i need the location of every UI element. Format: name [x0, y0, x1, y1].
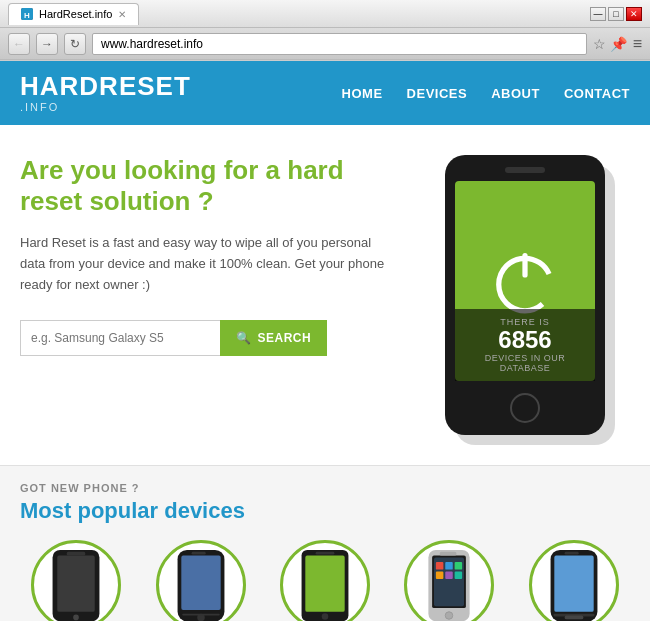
menu-icon[interactable]: ≡ — [633, 35, 642, 53]
hero-right: THERE IS 6856 DEVICES IN OUR DATABASE — [430, 155, 630, 445]
device-item-samsung-s4[interactable]: SAMSUNG I9500 Galaxy S4 — [518, 540, 630, 621]
tab-close-icon[interactable]: ✕ — [118, 9, 126, 20]
site-header: HARDRESET .INFO HOME DEVICES ABOUT CONTA… — [0, 61, 650, 125]
svg-rect-10 — [191, 551, 205, 554]
svg-rect-15 — [316, 551, 335, 554]
device-item-samsung-s3[interactable]: SAMSUNG I9300 Galaxy S III — [144, 540, 256, 621]
svg-rect-12 — [182, 613, 220, 615]
svg-rect-14 — [305, 555, 344, 611]
svg-rect-24 — [455, 562, 463, 570]
phone-speaker — [505, 167, 545, 173]
svg-text:H: H — [24, 11, 30, 20]
phone-home-button — [510, 393, 540, 423]
db-badge: THERE IS 6856 DEVICES IN OUR DATABASE — [455, 309, 595, 381]
hero-section: Are you looking for a hard reset solutio… — [0, 125, 650, 465]
svg-rect-6 — [67, 551, 86, 555]
search-button[interactable]: 🔍 SEARCH — [220, 320, 327, 356]
svg-point-20 — [446, 611, 454, 619]
svg-rect-5 — [57, 555, 95, 611]
device-item-iphone5s[interactable]: APPLE iPhone 5s — [393, 540, 505, 621]
nav-contact[interactable]: CONTACT — [564, 86, 630, 101]
search-button-label: SEARCH — [258, 331, 312, 345]
minimize-button[interactable]: — — [590, 7, 606, 21]
svg-rect-29 — [554, 555, 593, 611]
device-circle-samsung-s4 — [529, 540, 619, 621]
phone-screen: THERE IS 6856 DEVICES IN OUR DATABASE — [455, 181, 595, 381]
reload-button[interactable]: ↻ — [64, 33, 86, 55]
back-button[interactable]: ← — [8, 33, 30, 55]
device-item-nexus5[interactable]: LG D821 Nexus 5 — [269, 540, 381, 621]
svg-rect-9 — [181, 555, 220, 609]
phone-mockup: THERE IS 6856 DEVICES IN OUR DATABASE — [445, 155, 605, 435]
address-bar: ← → ↻ ☆ 📌 ≡ — [0, 28, 650, 60]
window-controls: — □ ✕ — [590, 7, 642, 21]
nav-about[interactable]: ABOUT — [491, 86, 540, 101]
search-icon: 🔍 — [236, 331, 252, 345]
svg-rect-23 — [446, 562, 454, 570]
devices-row: APPLE iPhone SAMSUNG I9300 Galaxy S III — [20, 540, 630, 621]
url-input[interactable] — [92, 33, 587, 55]
svg-point-7 — [73, 614, 79, 620]
pin-icon[interactable]: 📌 — [610, 36, 627, 52]
svg-rect-32 — [564, 615, 583, 619]
hero-title: Are you looking for a hard reset solutio… — [20, 155, 400, 217]
tab-favicon: H — [21, 8, 33, 20]
logo-main-text: HARDRESET — [20, 73, 191, 99]
svg-rect-27 — [455, 571, 463, 579]
search-bar: 🔍 SEARCH — [20, 320, 400, 356]
logo-sub-text: .INFO — [20, 101, 191, 113]
star-icon[interactable]: ☆ — [593, 36, 606, 52]
svg-rect-25 — [436, 571, 444, 579]
svg-rect-3 — [522, 253, 527, 278]
title-bar: H HardReset.info ✕ — □ ✕ — [0, 0, 650, 28]
svg-point-16 — [322, 613, 329, 620]
forward-button[interactable]: → — [36, 33, 58, 55]
browser-tab[interactable]: H HardReset.info ✕ — [8, 3, 139, 25]
db-sublabel: DEVICES IN OUR DATABASE — [463, 353, 587, 373]
power-icon — [490, 246, 560, 316]
browser-chrome: H HardReset.info ✕ — □ ✕ ← → ↻ ☆ 📌 ≡ — [0, 0, 650, 61]
maximize-button[interactable]: □ — [608, 7, 624, 21]
section-label: GOT NEW PHONE ? — [20, 482, 630, 494]
svg-rect-30 — [564, 551, 578, 554]
popular-section: GOT NEW PHONE ? Most popular devices APP… — [0, 465, 650, 621]
nav-home[interactable]: HOME — [342, 86, 383, 101]
svg-rect-22 — [436, 562, 444, 570]
device-circle-nexus5 — [280, 540, 370, 621]
db-number: 6856 — [463, 327, 587, 353]
search-input[interactable] — [20, 320, 220, 356]
svg-rect-19 — [440, 551, 457, 555]
site-nav: HOME DEVICES ABOUT CONTACT — [342, 86, 630, 101]
device-circle-iphone5s — [404, 540, 494, 621]
toolbar-icons: ☆ 📌 — [593, 36, 627, 52]
nav-devices[interactable]: DEVICES — [407, 86, 468, 101]
device-circle-samsung-s3 — [156, 540, 246, 621]
site-logo[interactable]: HARDRESET .INFO — [20, 73, 191, 113]
device-item-iphone[interactable]: APPLE iPhone — [20, 540, 132, 621]
svg-rect-26 — [446, 571, 454, 579]
hero-description: Hard Reset is a fast and easy way to wip… — [20, 233, 400, 295]
tab-title: HardReset.info — [39, 8, 112, 20]
website-content: HARDRESET .INFO HOME DEVICES ABOUT CONTA… — [0, 61, 650, 621]
device-circle-iphone — [31, 540, 121, 621]
section-title: Most popular devices — [20, 498, 630, 524]
hero-left: Are you looking for a hard reset solutio… — [20, 155, 410, 356]
close-button[interactable]: ✕ — [626, 7, 642, 21]
